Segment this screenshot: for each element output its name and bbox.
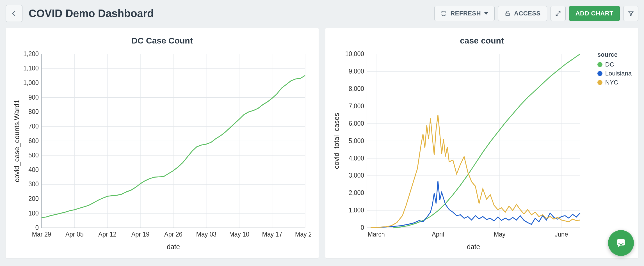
chart-title: DC Case Count	[131, 36, 193, 45]
svg-text:3,000: 3,000	[349, 172, 364, 179]
filter-icon	[628, 10, 634, 17]
charts-row: DC Case Count 01002003004005006007008009…	[6, 28, 638, 258]
svg-text:2,000: 2,000	[349, 189, 364, 197]
svg-text:400: 400	[28, 166, 39, 173]
svg-text:1,100: 1,100	[23, 65, 39, 72]
expand-button[interactable]	[551, 6, 566, 21]
chart-area[interactable]: 01,0002,0003,0004,0005,0006,0007,0008,00…	[333, 51, 631, 251]
legend-title: source	[597, 51, 632, 58]
svg-text:date: date	[467, 243, 480, 251]
chart-svg: 01,0002,0003,0004,0005,0006,0007,0008,00…	[333, 51, 631, 251]
svg-text:Apr 26: Apr 26	[164, 231, 182, 238]
svg-text:June: June	[555, 231, 568, 238]
svg-text:100: 100	[28, 210, 39, 217]
svg-text:7,000: 7,000	[349, 102, 364, 110]
page-title: COVID Demo Dashboard	[29, 8, 428, 20]
chart-legend: sourceDCLouisianaNYC	[597, 51, 632, 87]
legend-swatch	[597, 62, 602, 67]
legend-label: NYC	[605, 78, 618, 87]
svg-text:covid_total_cases: covid_total_cases	[333, 113, 340, 169]
legend-label: Louisiana	[605, 69, 632, 78]
toolbar-actions: REFRESH ACCESS ADD CHART	[434, 6, 638, 21]
svg-text:500: 500	[28, 152, 39, 159]
arrow-left-icon	[11, 10, 17, 17]
legend-swatch	[597, 71, 602, 76]
refresh-button[interactable]: REFRESH	[434, 6, 495, 21]
expand-icon	[555, 10, 561, 17]
svg-text:May 10: May 10	[229, 231, 249, 238]
svg-text:Apr 12: Apr 12	[98, 231, 117, 238]
svg-text:10,000: 10,000	[345, 51, 364, 58]
svg-text:300: 300	[28, 181, 39, 188]
chat-icon	[615, 237, 627, 249]
toolbar: COVID Demo Dashboard REFRESH ACCESS ADD …	[6, 5, 638, 22]
legend-item[interactable]: DC	[597, 60, 632, 69]
svg-text:1,000: 1,000	[23, 79, 39, 87]
filter-button[interactable]	[623, 6, 638, 21]
svg-text:0: 0	[35, 224, 39, 231]
lock-icon	[504, 10, 511, 17]
refresh-label: REFRESH	[450, 10, 481, 17]
legend-label: DC	[605, 60, 614, 69]
svg-text:covid_case_counts.Ward1: covid_case_counts.Ward1	[13, 100, 20, 182]
add-chart-label: ADD CHART	[576, 10, 613, 17]
back-button[interactable]	[6, 5, 22, 22]
svg-rect-0	[506, 13, 510, 15]
svg-text:May 17: May 17	[262, 231, 282, 238]
chart-svg: 01002003004005006007008009001,0001,1001,…	[13, 51, 311, 251]
svg-text:8,000: 8,000	[349, 85, 364, 92]
svg-text:May 24: May 24	[295, 231, 311, 238]
svg-text:9,000: 9,000	[349, 68, 364, 75]
svg-text:700: 700	[28, 123, 39, 130]
svg-text:6,000: 6,000	[349, 120, 364, 127]
caret-down-icon	[484, 12, 488, 15]
svg-text:Apr 05: Apr 05	[65, 231, 84, 238]
chart-title: case count	[460, 36, 504, 45]
legend-item[interactable]: NYC	[597, 78, 632, 87]
svg-text:May 03: May 03	[196, 231, 216, 238]
refresh-icon	[441, 10, 447, 17]
svg-text:800: 800	[28, 108, 39, 116]
svg-text:600: 600	[28, 137, 39, 145]
svg-text:5,000: 5,000	[349, 137, 364, 145]
svg-text:1,000: 1,000	[349, 207, 364, 214]
svg-text:Mar 29: Mar 29	[32, 231, 51, 238]
svg-text:4,000: 4,000	[349, 155, 364, 162]
svg-text:date: date	[167, 243, 180, 251]
add-chart-button[interactable]: ADD CHART	[569, 6, 620, 21]
legend-swatch	[597, 80, 602, 85]
chart-card-dc: DC Case Count 01002003004005006007008009…	[6, 28, 319, 258]
svg-text:April: April	[432, 231, 444, 238]
chat-fab[interactable]	[608, 230, 634, 256]
legend-item[interactable]: Louisiana	[597, 69, 632, 78]
access-label: ACCESS	[514, 10, 541, 17]
svg-text:Apr 19: Apr 19	[131, 231, 150, 238]
svg-text:1,200: 1,200	[23, 51, 39, 58]
svg-text:0: 0	[361, 224, 364, 231]
svg-text:900: 900	[28, 94, 39, 101]
chart-area[interactable]: 01002003004005006007008009001,0001,1001,…	[13, 51, 311, 251]
svg-text:200: 200	[28, 195, 39, 203]
svg-text:March: March	[368, 231, 385, 238]
svg-text:May: May	[494, 231, 506, 238]
access-button[interactable]: ACCESS	[498, 6, 547, 21]
chart-card-casecount: case count 01,0002,0003,0004,0005,0006,0…	[325, 28, 638, 258]
